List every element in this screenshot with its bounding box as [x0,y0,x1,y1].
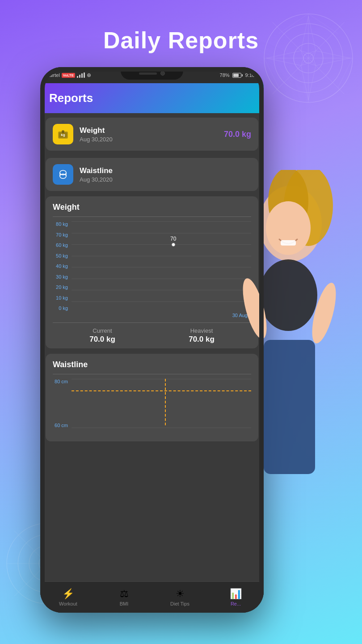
grid-line-2 [72,233,251,233]
svg-marker-14 [301,63,316,100]
stat-heaviest: Heaviest 70.0 kg [152,327,251,344]
phone-frame: airtel VoLTE ⊕ 78% 9:10 Reports [40,67,264,613]
nav-item-workout[interactable]: ⚡ Workout [40,585,96,610]
page-title: Daily Reports [0,27,362,54]
heaviest-label: Heaviest [152,327,251,334]
weight-value: 70.0 kg [224,130,251,139]
signal-bar-1 [77,76,78,78]
grid-line-1 [72,221,251,222]
data-point-70: 70 [170,236,176,246]
app-header-title: Reports [49,91,255,105]
dashed-horizontal [72,390,251,391]
nav-item-diet[interactable]: ☀ Diet Tips [152,585,208,610]
svg-point-40 [307,280,341,346]
grid-line-7 [72,290,251,290]
waistline-name: Waistline [80,166,251,175]
grid-line-6 [72,279,251,279]
waistline-icon [53,164,73,185]
waistline-y-label-60: 60 cm [53,423,68,428]
x-label-30aug: 30 Aug [232,313,248,318]
signal-bar-3 [81,73,83,78]
grid-line-8 [72,301,251,302]
current-label: Current [53,327,152,334]
bmi-label: BMI [120,601,129,606]
status-bar: airtel VoLTE ⊕ 78% 9:10 [40,67,264,83]
nav-item-reports[interactable]: 📊 Re... [208,585,264,610]
data-point-dot [172,243,175,246]
diet-icon: ☀ [176,588,185,600]
svg-line-12 [264,58,279,88]
svg-point-35 [284,170,333,246]
workout-icon: ⚡ [62,588,74,600]
y-label-60: 60 kg [53,242,68,248]
grid-line-5 [72,267,251,267]
weight-icon: kg [53,124,73,144]
y-label-10: 10 kg [53,295,68,301]
y-label-50: 50 kg [53,253,68,258]
clock: 9:10 [245,72,255,78]
y-label-40: 40 kg [53,263,68,269]
battery-icon [232,73,243,78]
svg-rect-41 [264,340,315,474]
weight-name: Weight [80,126,218,135]
y-label-30: 30 kg [53,274,68,280]
waistline-grid-2 [72,428,251,428]
svg-point-37 [266,201,311,255]
weight-info: Weight Aug 30,2020 [80,126,218,143]
phone-screen: Reports kg Weight Aug 30,2020 70 [40,83,264,613]
svg-point-38 [259,259,317,331]
app-header: Reports [40,83,264,113]
weight-metric-card[interactable]: kg Weight Aug 30,2020 70.0 kg [46,118,258,151]
notch [121,67,183,80]
weight-chart-area: 70 [72,221,251,311]
volte-badge: VoLTE [62,73,75,78]
waistline-y-label-80: 80 cm [53,379,68,384]
chart-divider-1 [53,216,251,217]
svg-rect-42 [281,240,296,246]
bmi-icon: ⚖ [120,588,129,600]
current-value: 70.0 kg [53,335,152,344]
diet-label: Diet Tips [170,601,189,606]
waistline-grid-1 [72,379,251,379]
dashed-vertical [165,379,166,425]
grid-lines [72,221,251,302]
reports-label: Re... [231,601,241,606]
weight-date: Aug 30,2020 [80,136,218,143]
svg-point-36 [268,170,308,235]
chart-x-axis: 30 Aug [53,313,251,318]
signal-bar-4 [84,72,85,78]
signal-bars [77,72,85,78]
waistline-chart: 80 cm 60 cm [53,379,251,437]
y-label-20: 20 kg [53,284,68,290]
waistline-chart-section: Waistline 80 cm 60 cm [46,354,258,441]
waistline-date: Aug 30,2020 [80,176,251,183]
nav-item-bmi[interactable]: ⚖ BMI [96,585,152,610]
stat-current: Current 70.0 kg [53,327,152,344]
stats-row: Current 70.0 kg Heaviest 70.0 kg [53,322,251,344]
notch-camera [160,71,165,76]
battery-percent: 78% [220,72,230,78]
weight-chart-title: Weight [53,203,251,212]
status-left: airtel VoLTE ⊕ [49,72,91,78]
grid-line-4 [72,256,251,256]
weight-chart: 80 kg 70 kg 60 kg 50 kg 40 kg 30 kg 20 k… [53,221,251,311]
carrier-name: airtel [49,72,60,78]
signal-bar-2 [79,75,80,78]
waistline-info: Waistline Aug 30,2020 [80,166,251,183]
y-label-70: 70 kg [53,232,68,237]
mandala-top-right [259,9,358,107]
data-point-label: 70 [170,236,176,242]
waistline-metric-card[interactable]: Waistline Aug 30,2020 [46,158,258,191]
screen-content[interactable]: kg Weight Aug 30,2020 70.0 kg [40,113,264,581]
waistline-chart-title: Waistline [53,360,251,369]
notch-speaker [139,72,157,75]
weight-chart-section: Weight 80 kg 70 kg 60 kg 50 kg 40 kg 30 … [46,196,258,348]
y-label-80: 80 kg [53,221,68,227]
svg-line-11 [338,58,353,88]
waistline-chart-area [72,379,251,437]
svg-point-4 [303,53,313,63]
status-right: 78% 9:10 [220,72,255,78]
y-label-0: 0 kg [53,305,68,311]
waistline-grid-lines [72,379,251,428]
svg-point-34 [259,186,322,262]
